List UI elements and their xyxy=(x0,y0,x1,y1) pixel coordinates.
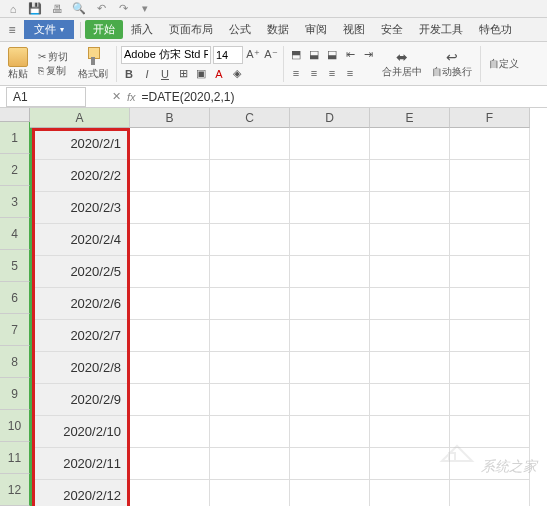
increase-font-icon[interactable]: A⁺ xyxy=(245,47,261,63)
cell-C6[interactable] xyxy=(210,288,290,320)
cell-F6[interactable] xyxy=(450,288,530,320)
cell-D12[interactable] xyxy=(290,480,370,506)
align-top-icon[interactable]: ⬒ xyxy=(288,47,304,63)
row-header-3[interactable]: 3 xyxy=(0,186,30,218)
cell-D5[interactable] xyxy=(290,256,370,288)
wrap-icon[interactable]: ↩ xyxy=(446,49,458,65)
cell-F5[interactable] xyxy=(450,256,530,288)
cell-E6[interactable] xyxy=(370,288,450,320)
cell-A11[interactable]: 2020/2/11 xyxy=(30,448,130,480)
cell-D6[interactable] xyxy=(290,288,370,320)
border-button[interactable]: ⊞ xyxy=(175,66,191,82)
row-header-7[interactable]: 7 xyxy=(0,314,30,346)
cell-E1[interactable] xyxy=(370,128,450,160)
format-painter-icon[interactable] xyxy=(85,47,101,67)
dropdown-icon[interactable]: ▾ xyxy=(138,2,152,15)
cell-D9[interactable] xyxy=(290,384,370,416)
cell-D3[interactable] xyxy=(290,192,370,224)
col-header-B[interactable]: B xyxy=(130,108,210,128)
cell-E3[interactable] xyxy=(370,192,450,224)
redo-icon[interactable]: ↷ xyxy=(116,2,130,15)
merge-icon[interactable]: ⬌ xyxy=(396,49,408,65)
align-middle-icon[interactable]: ⬓ xyxy=(306,47,322,63)
cell-F10[interactable] xyxy=(450,416,530,448)
cell-B7[interactable] xyxy=(130,320,210,352)
tab-2[interactable]: 页面布局 xyxy=(161,20,221,39)
cell-A12[interactable]: 2020/2/12 xyxy=(30,480,130,506)
tab-3[interactable]: 公式 xyxy=(221,20,259,39)
row-header-1[interactable]: 1 xyxy=(0,122,30,154)
cell-C8[interactable] xyxy=(210,352,290,384)
cell-F8[interactable] xyxy=(450,352,530,384)
cell-D1[interactable] xyxy=(290,128,370,160)
tab-1[interactable]: 插入 xyxy=(123,20,161,39)
cell-F9[interactable] xyxy=(450,384,530,416)
italic-button[interactable]: I xyxy=(139,66,155,82)
cell-C11[interactable] xyxy=(210,448,290,480)
cell-F7[interactable] xyxy=(450,320,530,352)
cell-B8[interactable] xyxy=(130,352,210,384)
cell-C5[interactable] xyxy=(210,256,290,288)
indent-inc-icon[interactable]: ⇥ xyxy=(360,47,376,63)
cell-E10[interactable] xyxy=(370,416,450,448)
paste-icon[interactable] xyxy=(8,47,28,67)
font-color-button[interactable]: A xyxy=(211,66,227,82)
file-menu[interactable]: 文件 ▾ xyxy=(24,20,74,39)
cell-E4[interactable] xyxy=(370,224,450,256)
row-header-6[interactable]: 6 xyxy=(0,282,30,314)
style-label[interactable]: 自定义 xyxy=(489,57,519,71)
cell-E8[interactable] xyxy=(370,352,450,384)
underline-button[interactable]: U xyxy=(157,66,173,82)
col-header-E[interactable]: E xyxy=(370,108,450,128)
col-header-D[interactable]: D xyxy=(290,108,370,128)
cell-B1[interactable] xyxy=(130,128,210,160)
formula-input[interactable]: =DATE(2020,2,1) xyxy=(142,90,235,104)
row-header-5[interactable]: 5 xyxy=(0,250,30,282)
col-header-C[interactable]: C xyxy=(210,108,290,128)
row-header-4[interactable]: 4 xyxy=(0,218,30,250)
print-icon[interactable]: 🖶 xyxy=(50,3,64,15)
cancel-formula-icon[interactable]: ✕ xyxy=(112,90,121,103)
cell-A7[interactable]: 2020/2/7 xyxy=(30,320,130,352)
cell-B2[interactable] xyxy=(130,160,210,192)
cell-F11[interactable] xyxy=(450,448,530,480)
fill-color-button[interactable]: ▣ xyxy=(193,66,209,82)
cell-E2[interactable] xyxy=(370,160,450,192)
cell-C10[interactable] xyxy=(210,416,290,448)
cut-label[interactable]: 剪切 xyxy=(48,50,68,64)
justify-icon[interactable]: ≡ xyxy=(342,65,358,81)
cell-D10[interactable] xyxy=(290,416,370,448)
tab-7[interactable]: 安全 xyxy=(373,20,411,39)
cell-C12[interactable] xyxy=(210,480,290,506)
cell-C4[interactable] xyxy=(210,224,290,256)
cell-B4[interactable] xyxy=(130,224,210,256)
name-box[interactable]: A1 xyxy=(6,87,86,107)
bold-button[interactable]: B xyxy=(121,66,137,82)
cell-E12[interactable] xyxy=(370,480,450,506)
row-header-9[interactable]: 9 xyxy=(0,378,30,410)
cell-F3[interactable] xyxy=(450,192,530,224)
cell-E11[interactable] xyxy=(370,448,450,480)
font-name-select[interactable] xyxy=(121,46,211,64)
tab-8[interactable]: 开发工具 xyxy=(411,20,471,39)
tab-0[interactable]: 开始 xyxy=(85,20,123,39)
row-header-8[interactable]: 8 xyxy=(0,346,30,378)
tab-5[interactable]: 审阅 xyxy=(297,20,335,39)
cell-C2[interactable] xyxy=(210,160,290,192)
cell-D2[interactable] xyxy=(290,160,370,192)
effects-button[interactable]: ◈ xyxy=(229,66,245,82)
tab-9[interactable]: 特色功 xyxy=(471,20,520,39)
cell-D4[interactable] xyxy=(290,224,370,256)
cell-B3[interactable] xyxy=(130,192,210,224)
copy-icon[interactable]: ⎘ xyxy=(38,65,44,76)
cell-A4[interactable]: 2020/2/4 xyxy=(30,224,130,256)
cell-A10[interactable]: 2020/2/10 xyxy=(30,416,130,448)
col-header-A[interactable]: A xyxy=(30,108,130,128)
decrease-font-icon[interactable]: A⁻ xyxy=(263,47,279,63)
cell-A8[interactable]: 2020/2/8 xyxy=(30,352,130,384)
cell-F12[interactable] xyxy=(450,480,530,506)
scissors-icon[interactable]: ✂ xyxy=(38,51,46,62)
row-header-2[interactable]: 2 xyxy=(0,154,30,186)
save-icon[interactable]: 💾 xyxy=(28,2,42,15)
cell-B5[interactable] xyxy=(130,256,210,288)
